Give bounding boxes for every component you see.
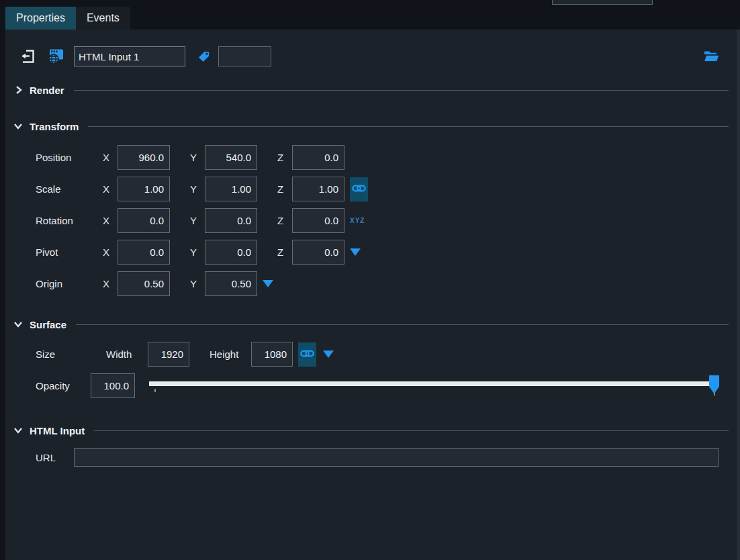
chevron-down-icon xyxy=(13,320,23,329)
chevron-down-icon xyxy=(13,426,23,435)
axis-label-z: Z xyxy=(277,246,292,258)
width-input[interactable] xyxy=(148,342,189,367)
row-label: Opacity xyxy=(36,380,91,391)
panel-right-edge xyxy=(737,30,740,560)
transform-row-rotation: Rotation X Y Z XYZ xyxy=(5,205,737,236)
axis-label-y: Y xyxy=(190,152,205,163)
html-window-icon xyxy=(47,48,64,65)
section-divider xyxy=(88,126,729,127)
section-title: Transform xyxy=(30,121,79,132)
axis-label-x: X xyxy=(103,152,118,163)
cutoff-element-top xyxy=(552,0,653,5)
pivot-dropdown-icon[interactable] xyxy=(350,248,361,256)
link-icon xyxy=(352,183,366,195)
row-label: Position xyxy=(36,152,103,163)
size-link-button[interactable] xyxy=(298,342,316,367)
transform-row-scale: Scale X Y Z xyxy=(5,173,737,205)
collapse-panel-icon[interactable] xyxy=(20,48,35,65)
chevron-down-icon xyxy=(13,122,23,131)
axis-label-y: Y xyxy=(190,215,205,226)
link-icon xyxy=(300,348,314,361)
axis-label-z: Z xyxy=(277,215,292,226)
axis-label-x: X xyxy=(103,183,118,195)
slider-handle[interactable] xyxy=(709,375,719,394)
tag-icon xyxy=(197,50,210,63)
axis-label-y: Y xyxy=(190,183,205,195)
axis-label-x: X xyxy=(103,246,118,258)
height-label: Height xyxy=(210,348,251,360)
origin-y-input[interactable] xyxy=(205,271,257,296)
rotation-z-input[interactable] xyxy=(292,208,344,233)
pivot-z-input[interactable] xyxy=(292,240,344,265)
section-header-html-input[interactable]: HTML Input xyxy=(5,423,737,438)
url-input[interactable] xyxy=(74,448,719,467)
section-title: HTML Input xyxy=(30,425,85,436)
url-row: URL xyxy=(5,446,737,469)
element-name-input[interactable] xyxy=(74,46,185,66)
folder-open-icon xyxy=(703,48,720,65)
chevron-right-icon xyxy=(13,85,23,95)
toolbar xyxy=(5,46,737,66)
scale-x-input[interactable] xyxy=(118,177,170,201)
position-y-input[interactable] xyxy=(205,145,257,170)
origin-dropdown-icon[interactable] xyxy=(263,280,273,287)
pivot-y-input[interactable] xyxy=(205,240,257,265)
row-label: Size xyxy=(36,348,106,360)
height-input[interactable] xyxy=(251,342,293,367)
axis-label-x: X xyxy=(103,215,118,226)
transform-row-pivot: Pivot X Y Z xyxy=(5,236,737,268)
scale-y-input[interactable] xyxy=(205,177,257,201)
section-title: Render xyxy=(30,85,64,96)
transform-row-origin: Origin X Y xyxy=(5,268,737,299)
slider-tick-start xyxy=(154,389,156,392)
opacity-input[interactable] xyxy=(91,373,135,398)
opacity-slider[interactable] xyxy=(149,375,717,398)
transform-rows: Position X Y Z Scale X Y Z xyxy=(5,142,737,299)
row-label: Scale xyxy=(36,183,103,195)
axis-label-y: Y xyxy=(190,246,205,258)
open-folder-button[interactable] xyxy=(703,48,720,65)
section-divider xyxy=(74,90,729,91)
transform-row-position: Position X Y Z xyxy=(5,142,737,173)
section-divider xyxy=(76,324,729,325)
section-title: Surface xyxy=(30,319,66,330)
width-label: Width xyxy=(106,348,148,360)
element-tag-input[interactable] xyxy=(218,46,271,66)
row-label: Origin xyxy=(36,278,103,289)
url-label: URL xyxy=(36,452,74,463)
axis-label-y: Y xyxy=(190,278,205,289)
axis-label-z: Z xyxy=(277,152,292,163)
rotation-order-button[interactable]: XYZ xyxy=(350,217,365,224)
properties-panel: Render Transform Position X Y Z Scale X xyxy=(5,30,737,560)
scale-z-input[interactable] xyxy=(292,177,344,201)
origin-x-input[interactable] xyxy=(118,271,170,296)
section-header-transform[interactable]: Transform xyxy=(5,119,737,134)
section-header-render[interactable]: Render xyxy=(5,83,737,97)
surface-opacity-row: Opacity xyxy=(5,370,737,402)
rotation-y-input[interactable] xyxy=(205,208,257,233)
position-x-input[interactable] xyxy=(118,145,170,170)
rotation-x-input[interactable] xyxy=(118,208,170,233)
tab-events[interactable]: Events xyxy=(76,7,130,30)
surface-size-row: Size Width Height xyxy=(5,338,737,370)
pivot-x-input[interactable] xyxy=(118,240,170,265)
slider-track[interactable] xyxy=(149,381,717,386)
section-header-surface[interactable]: Surface xyxy=(5,317,737,332)
scale-link-button[interactable] xyxy=(350,177,368,201)
tab-properties[interactable]: Properties xyxy=(5,7,76,30)
row-label: Rotation xyxy=(36,215,103,226)
size-dropdown-icon[interactable] xyxy=(323,351,334,358)
row-label: Pivot xyxy=(36,246,103,258)
tab-bar: Properties Events xyxy=(5,7,130,30)
section-divider xyxy=(94,430,729,431)
axis-label-z: Z xyxy=(277,183,292,195)
axis-label-x: X xyxy=(103,278,118,289)
position-z-input[interactable] xyxy=(292,145,344,170)
